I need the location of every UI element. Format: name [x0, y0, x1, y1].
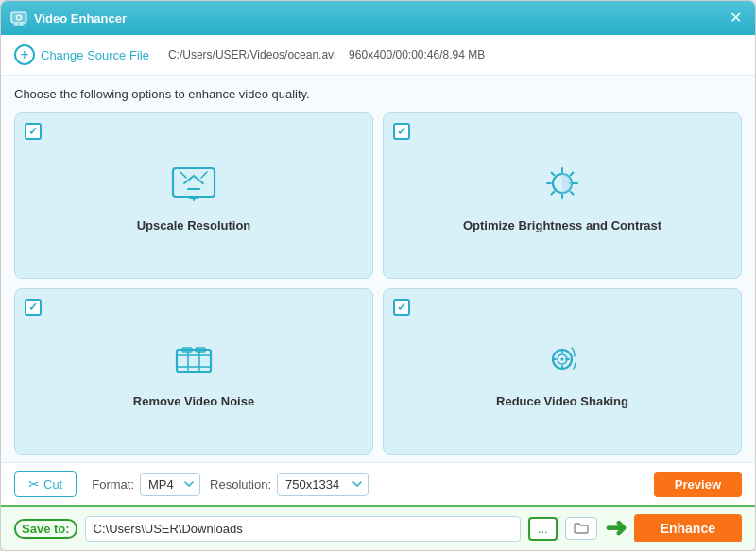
options-grid: Upscale Resolution Optimize Brightness a…: [14, 112, 742, 455]
noise-icon: [169, 338, 218, 385]
save-bar: Save to: ... ➜ Enhance: [1, 505, 755, 550]
preview-button[interactable]: Preview: [654, 472, 742, 497]
upscale-label: Upscale Resolution: [137, 218, 251, 232]
enhance-wrapper: ➜ Enhance: [605, 514, 742, 542]
brightness-icon: [538, 163, 587, 209]
change-source-button[interactable]: + Change Source File: [14, 44, 149, 65]
format-label: Format:: [92, 477, 134, 491]
folder-icon: [574, 522, 589, 535]
bottom-toolbar: ✂ Cut Format: MP4 AVI MOV MKV WMV Resolu…: [1, 462, 755, 505]
add-icon: +: [14, 44, 35, 65]
app-window: Video Enhancer ✕ + Change Source File C:…: [0, 0, 756, 551]
noise-label: Remove Video Noise: [133, 394, 254, 408]
svg-rect-4: [177, 350, 211, 372]
svg-point-9: [561, 358, 564, 361]
option-brightness[interactable]: Optimize Brightness and Contrast: [383, 112, 742, 279]
checkbox-brightness[interactable]: [393, 123, 410, 140]
window-title: Video Enhancer: [34, 11, 726, 26]
source-file-info: C:/Users/USER/Videos/ocean.avi 960x400/0…: [168, 48, 485, 61]
resolution-label: Resolution:: [210, 477, 271, 491]
checkbox-upscale[interactable]: [25, 123, 42, 140]
app-icon: [10, 9, 27, 26]
open-folder-button[interactable]: [565, 517, 597, 540]
option-noise[interactable]: Remove Video Noise: [14, 288, 373, 455]
change-source-label: Change Source File: [41, 48, 149, 62]
option-shaking[interactable]: Reduce Video Shaking: [383, 288, 742, 455]
resolution-group: Resolution: 750x1334 1280x720 1920x1080 …: [210, 473, 369, 496]
save-path-input[interactable]: [85, 516, 521, 542]
upscale-icon: [169, 163, 218, 209]
close-button[interactable]: ✕: [726, 9, 746, 27]
format-select[interactable]: MP4 AVI MOV MKV WMV: [140, 473, 200, 496]
svg-rect-2: [173, 168, 215, 197]
cut-button[interactable]: ✂ Cut: [14, 471, 77, 497]
file-path: C:/Users/USER/Videos/ocean.avi: [168, 48, 336, 61]
shaking-label: Reduce Video Shaking: [496, 394, 628, 408]
checkbox-noise[interactable]: [25, 299, 42, 316]
main-content: Choose the following options to enhance …: [1, 76, 755, 462]
title-bar: Video Enhancer ✕: [1, 1, 755, 35]
svg-rect-0: [11, 12, 26, 23]
save-label: Save to:: [14, 519, 77, 539]
cut-label: Cut: [43, 477, 62, 491]
brightness-label: Optimize Brightness and Contrast: [463, 218, 662, 232]
enhance-button[interactable]: Enhance: [634, 514, 742, 542]
instruction-text: Choose the following options to enhance …: [14, 87, 742, 101]
checkbox-shaking[interactable]: [393, 299, 410, 316]
source-bar: + Change Source File C:/Users/USER/Video…: [1, 35, 755, 76]
file-meta: 960x400/00:00:46/8.94 MB: [349, 48, 485, 61]
resolution-select[interactable]: 750x1334 1280x720 1920x1080 960x400: [277, 473, 369, 496]
format-group: Format: MP4 AVI MOV MKV WMV: [92, 473, 200, 496]
arrow-icon: ➜: [605, 515, 627, 542]
shaking-icon: [538, 338, 587, 385]
browse-button[interactable]: ...: [528, 517, 558, 541]
scissors-icon: ✂: [28, 476, 40, 491]
option-upscale[interactable]: Upscale Resolution: [14, 112, 373, 279]
